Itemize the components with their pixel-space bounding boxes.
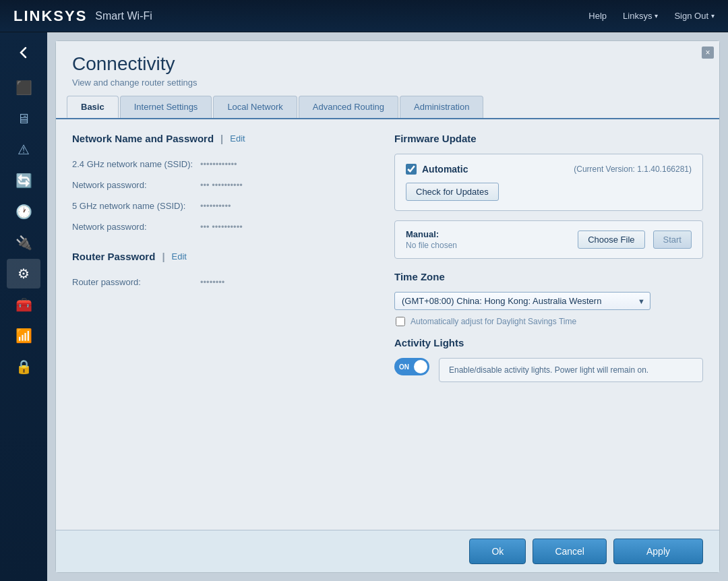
manual-info: Manual: No file chosen [406,229,570,250]
sidebar-item-parental[interactable]: 🔄 [7,166,40,195]
signout-chevron-icon: ▾ [711,12,715,20]
signout-label: Sign Out [674,11,708,21]
activity-lights-title: Activity Lights [394,337,703,348]
router-password-value: •••••••• [200,277,224,287]
toggle-on-label: ON [399,363,409,371]
form-row-ssid-24: 2.4 GHz network name (SSID): •••••••••••… [72,154,381,175]
timezone-dropdown[interactable]: (GMT+08:00) China: Hong Kong: Australia … [394,292,650,310]
dialog-header: Connectivity View and change router sett… [56,41,719,96]
ssid-24-value: •••••••••••• [200,159,237,169]
firmware-section-title: Firmware Update [394,133,703,144]
router-edit-link[interactable]: Edit [172,251,187,262]
sidebar-item-clock[interactable]: 🕐 [7,197,40,226]
dialog-body: Network Name and Password | Edit 2.4 GHz… [56,118,719,530]
tab-basic[interactable]: Basic [67,96,119,118]
sidebar-item-dashboard[interactable]: ⬛ [7,73,40,102]
timezone-section-title: Time Zone [394,271,703,282]
smartwifi-label: Smart Wi-Fi [95,10,152,22]
automatic-label: Automatic [422,164,468,175]
alerts-icon: ⚠ [18,142,30,158]
connectivity-dialog: × Connectivity View and change router se… [55,40,720,573]
router-section-title: Router Password | Edit [72,251,381,262]
tab-local-network[interactable]: Local Network [213,96,297,118]
dashboard-icon: ⬛ [16,80,32,96]
devices-icon: 🖥 [17,111,30,127]
help-link[interactable]: Help [588,11,607,21]
manual-firmware-box: Manual: No file chosen Choose File Start [394,220,703,259]
password-24-label: Network password: [72,180,200,190]
router-password-label: Router password: [72,277,200,287]
user-menu[interactable]: Linksys ▾ [623,11,658,21]
tab-internet-settings[interactable]: Internet Settings [120,96,212,118]
ok-button[interactable]: Ok [469,539,526,564]
username-label: Linksys [623,11,652,21]
choose-file-button[interactable]: Choose File [578,231,644,249]
activity-lights-section: Activity Lights ON Enable/disable activi… [394,337,703,382]
user-chevron-icon: ▾ [655,12,658,20]
form-row-router-password: Router password: •••••••• [72,272,381,293]
password-5-value: ••• •••••••••• [200,222,243,232]
form-row-password-5: Network password: ••• •••••••••• [72,216,381,237]
parental-icon: 🔄 [16,173,32,189]
ssid-5-label: 5 GHz network name (SSID): [72,201,200,211]
start-button: Start [653,231,692,249]
tools-icon: 🧰 [16,297,32,313]
sidebar-item-settings[interactable]: ⚙ [7,259,40,288]
toggle-circle [414,360,427,373]
current-version-label: (Current Version: 1.1.40.166281) [574,164,692,174]
activity-desc-box: Enable/disable activity lights. Power li… [439,358,703,382]
dialog-close-button[interactable]: × [702,47,714,59]
timezone-select-row: (GMT+08:00) China: Hong Kong: Australia … [394,292,703,310]
sidebar-item-tools[interactable]: 🧰 [7,290,40,319]
sidebar-item-devices[interactable]: 🖥 [7,104,40,133]
sidebar-item-wifi[interactable]: 📶 [7,321,40,350]
form-row-password-24: Network password: ••• •••••••••• [72,175,381,195]
tab-bar: Basic Internet Settings Local Network Ad… [56,96,719,118]
form-row-ssid-5: 5 GHz network name (SSID): •••••••••• [72,195,381,216]
firmware-auto-left: Automatic [406,164,468,175]
sidebar-item-network[interactable]: 🔌 [7,228,40,257]
main-layout: ⬛ 🖥 ⚠ 🔄 🕐 🔌 ⚙ 🧰 📶 🔒 × [0,32,728,581]
firmware-auto-row: Automatic (Current Version: 1.1.40.16628… [406,164,692,175]
tab-advanced-routing[interactable]: Advanced Routing [299,96,398,118]
two-col-layout: Network Name and Password | Edit 2.4 GHz… [72,133,703,382]
linksys-logo: LINKSYS [13,7,87,25]
sidebar: ⬛ 🖥 ⚠ 🔄 🕐 🔌 ⚙ 🧰 📶 🔒 [0,32,47,581]
clock-icon: 🕐 [16,204,32,220]
timezone-section: Time Zone (GMT+08:00) China: Hong Kong: … [394,271,703,326]
security-icon: 🔒 [16,359,32,375]
settings-icon: ⚙ [18,266,30,282]
network-section-title: Network Name and Password | Edit [72,133,381,144]
dst-label: Automatically adjust for Daylight Saving… [411,317,576,326]
network-edit-link[interactable]: Edit [230,133,245,144]
manual-label: Manual: [406,229,570,239]
page-title: Connectivity [72,53,703,75]
automatic-checkbox[interactable] [406,164,417,175]
activity-desc-text: Enable/disable activity lights. Power li… [449,365,648,375]
back-button[interactable] [7,39,40,66]
check-updates-button[interactable]: Check for Updates [406,183,499,201]
topbar-right: Help Linksys ▾ Sign Out ▾ [588,11,715,21]
apply-button[interactable]: Apply [613,539,703,564]
content-area: × Connectivity View and change router se… [47,32,728,581]
password-5-label: Network password: [72,222,200,232]
activity-lights-toggle[interactable]: ON [394,358,429,375]
password-24-value: ••• •••••••••• [200,180,243,190]
topbar: LINKSYS Smart Wi-Fi Help Linksys ▾ Sign … [0,0,728,32]
dialog-footer: Ok Cancel Apply [56,530,719,572]
dst-checkbox[interactable] [396,317,405,326]
signout-menu[interactable]: Sign Out ▾ [674,11,715,21]
no-file-chosen-label: No file chosen [406,241,570,250]
cancel-button[interactable]: Cancel [533,539,607,564]
timezone-dropdown-wrapper: (GMT+08:00) China: Hong Kong: Australia … [394,292,650,310]
left-column: Network Name and Password | Edit 2.4 GHz… [72,133,381,382]
logo-area: LINKSYS Smart Wi-Fi [13,7,588,25]
network-icon: 🔌 [16,235,32,251]
page-subtitle: View and change router settings [72,78,703,88]
ssid-5-value: •••••••••• [200,201,231,211]
tab-administration[interactable]: Administration [400,96,483,118]
firmware-auto-box: Automatic (Current Version: 1.1.40.16628… [394,154,703,211]
wifi-icon: 📶 [16,328,32,344]
sidebar-item-alerts[interactable]: ⚠ [7,135,40,164]
sidebar-item-security[interactable]: 🔒 [7,352,40,381]
